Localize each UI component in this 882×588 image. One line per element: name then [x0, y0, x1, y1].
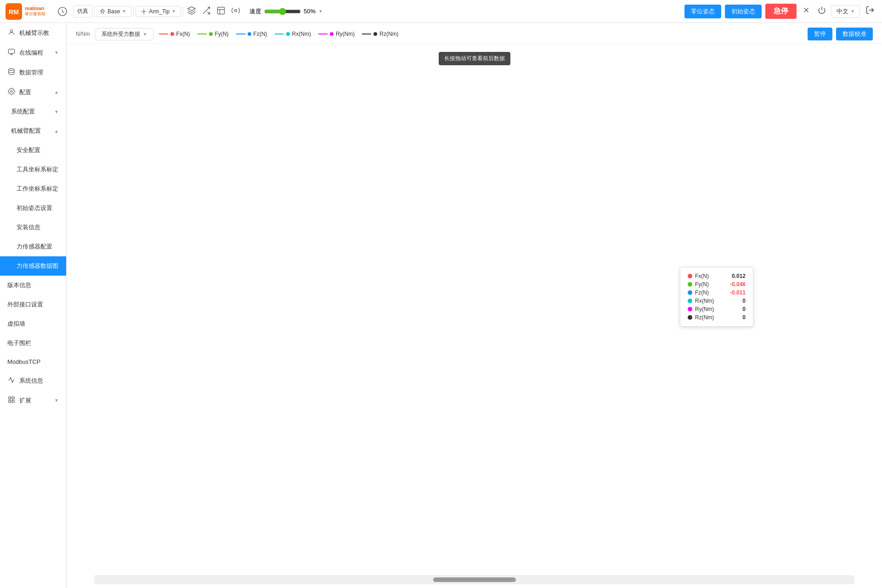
cross-icon[interactable]	[800, 4, 812, 18]
sim-label: 仿真	[77, 7, 88, 15]
sidebar-item-force-sensor-chart-label: 力传感器数据图	[17, 262, 59, 270]
sidebar-item-extend[interactable]: 扩展 ▼	[0, 390, 66, 410]
sidebar-item-online-prog-label: 在线编程	[19, 49, 51, 57]
zero-pose-button[interactable]: 零位姿态	[684, 5, 721, 18]
data-source-chevron-icon: ▼	[143, 32, 147, 37]
svg-line-5	[208, 12, 210, 14]
sidebar-item-tool-coord[interactable]: 工具坐标系标定	[0, 160, 66, 179]
sensor-chart-canvas[interactable]	[67, 44, 882, 577]
extend-icon	[7, 396, 16, 405]
legend-ry-line	[318, 34, 328, 34]
icon-btn-1[interactable]	[185, 4, 198, 18]
sidebar-item-modbus-tcp[interactable]: ModbusTCP	[0, 353, 66, 371]
legend-fz-dot	[248, 32, 251, 36]
legend-ry: Ry(Nm)	[318, 31, 355, 37]
tooltip-rx-dot	[688, 299, 692, 304]
tooltip-rx-label: Rx(Nm)	[695, 298, 720, 305]
tooltip-fx-value: 0.012	[723, 273, 746, 280]
language-dropdown[interactable]: 中文 ▼	[831, 5, 860, 18]
divider	[133, 7, 134, 16]
legend-fy: Fy(N)	[198, 31, 229, 37]
sidebar-item-config[interactable]: 配置 ▲	[0, 82, 66, 102]
sidebar-item-e-fence[interactable]: 电子围栏	[0, 334, 66, 353]
tooltip-fx-label: Fx(N)	[695, 273, 720, 280]
tooltip-fy-label: Fy(N)	[695, 282, 720, 288]
icon-btn-3[interactable]	[215, 4, 227, 18]
data-source-label: 系统外受力数据	[102, 30, 140, 38]
tooltip-rz-value: 0	[723, 315, 746, 321]
tooltip-row-fz: Fz(N) -0.011	[688, 289, 746, 297]
speed-chevron-icon: ▼	[318, 9, 323, 14]
speed-control: 速度 50% ▼	[249, 7, 323, 16]
tooltip-ry-label: Ry(Nm)	[695, 306, 720, 313]
emergency-stop-button[interactable]: 急停	[765, 4, 797, 19]
logo: RM realman 睿尔曼智能	[6, 3, 45, 20]
sidebar-item-force-sensor-config[interactable]: 力传感器配置	[0, 237, 66, 256]
arm-config-chevron-icon: ▲	[54, 129, 59, 134]
sidebar-item-sys-info[interactable]: 系统信息	[0, 371, 66, 390]
tooltip-fz-value: -0.011	[723, 290, 746, 296]
sidebar-item-tool-coord-label: 工具坐标系标定	[17, 165, 59, 174]
divider2	[183, 7, 183, 16]
nav-sim-btn[interactable]: 仿真	[73, 5, 92, 17]
calibrate-button[interactable]: 数据校准	[836, 28, 873, 40]
init-pose-button[interactable]: 初始姿态	[725, 5, 762, 18]
svg-rect-16	[9, 397, 11, 399]
sidebar-item-sys-config[interactable]: 系统配置 ▼	[0, 102, 66, 121]
pause-button[interactable]: 暂停	[808, 28, 832, 40]
sidebar-item-safety-config[interactable]: 安全配置	[0, 141, 66, 160]
tooltip-fz-dot	[688, 291, 692, 295]
sidebar-item-version-info[interactable]: 版本信息	[0, 276, 66, 295]
sidebar-item-force-sensor-config-label: 力传感器配置	[17, 243, 59, 251]
sidebar-item-data-mgmt[interactable]: 数据管理	[0, 62, 66, 82]
logout-icon[interactable]	[864, 4, 876, 19]
sidebar: 机械臂示教 在线编程 ▼ 数据管理 配置 ▲ 系统配置 ▼ 机械臂	[0, 23, 67, 588]
power-icon[interactable]	[816, 4, 828, 18]
speed-label: 速度	[249, 7, 261, 16]
tooltip-rz-label: Rz(Nm)	[695, 315, 720, 321]
tooltip-rx-value: 0	[723, 298, 746, 305]
sidebar-item-install-info[interactable]: 安装信息	[0, 218, 66, 237]
sidebar-item-version-info-label: 版本信息	[7, 281, 59, 289]
sidebar-item-install-info-label: 安装信息	[17, 223, 59, 232]
arm-tip-label: Arm_Tip	[149, 8, 170, 15]
data-mgmt-icon	[7, 68, 16, 77]
chart-scrollbar[interactable]	[94, 577, 854, 586]
svg-rect-13	[8, 49, 14, 53]
y-axis-unit-label: N/Nm	[76, 31, 90, 37]
speed-slider[interactable]	[264, 8, 301, 15]
sidebar-item-init-pose-label: 初始姿态设置	[17, 204, 59, 212]
svg-rect-17	[12, 397, 14, 399]
legend-rx: Rx(Nm)	[275, 31, 311, 37]
sidebar-item-work-coord[interactable]: 工作坐标系标定	[0, 179, 66, 198]
scrollbar-thumb[interactable]	[433, 579, 516, 583]
tooltip-fy-dot	[688, 283, 692, 287]
tooltip-row-rz: Rz(Nm) 0	[688, 314, 746, 322]
legend-fy-label: Fy(N)	[215, 31, 229, 37]
logo-icon: RM	[6, 3, 22, 20]
icon-btn-4[interactable]	[229, 4, 242, 18]
sidebar-item-ext-interface[interactable]: 外部接口设置	[0, 295, 66, 314]
base-dropdown[interactable]: Base ▼	[94, 6, 131, 17]
sidebar-item-init-pose[interactable]: 初始姿态设置	[0, 198, 66, 218]
sidebar-item-arm-demo[interactable]: 机械臂示教	[0, 23, 66, 43]
sidebar-item-arm-config[interactable]: 机械臂配置 ▲	[0, 121, 66, 141]
sidebar-item-arm-config-label: 机械臂配置	[11, 127, 51, 135]
legend-rx-dot	[286, 32, 290, 36]
sidebar-item-virtual-wall-label: 虚拟墙	[7, 320, 59, 328]
chart-toolbar-right: 暂停 数据校准	[808, 28, 873, 40]
sys-config-chevron-icon: ▼	[54, 109, 59, 114]
config-chevron-icon: ▲	[54, 90, 59, 95]
nav-teach-btn[interactable]	[54, 5, 71, 18]
legend-ry-label: Ry(Nm)	[336, 31, 355, 37]
legend-fx-dot	[170, 32, 174, 36]
icon-btn-2[interactable]	[200, 4, 213, 18]
chart-wrapper[interactable]: 长按拖动可查看前后数据 Fx(N) 0.012 Fy(N) -0.046	[67, 44, 882, 577]
sidebar-item-force-sensor-chart[interactable]: 力传感器数据图	[0, 256, 66, 276]
tooltip-ry-dot	[688, 307, 692, 312]
arm-tip-dropdown[interactable]: Arm_Tip ▼	[136, 6, 181, 17]
sidebar-item-virtual-wall[interactable]: 虚拟墙	[0, 314, 66, 334]
sidebar-item-online-prog[interactable]: 在线编程 ▼	[0, 43, 66, 62]
sidebar-item-safety-config-label: 安全配置	[17, 146, 59, 154]
data-source-dropdown[interactable]: 系统外受力数据 ▼	[96, 28, 153, 40]
